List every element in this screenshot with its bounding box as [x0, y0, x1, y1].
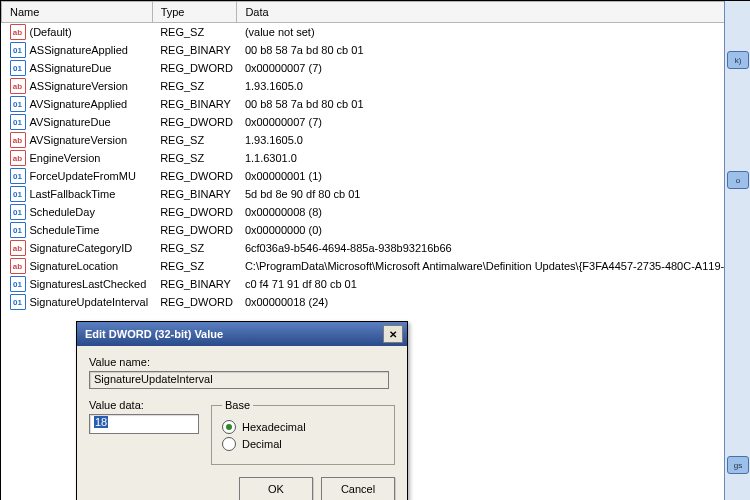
table-row[interactable]: abASSignatureVersionREG_SZ1.93.1605.0: [2, 77, 751, 95]
value-data: 0x00000008 (8): [237, 203, 750, 221]
table-row[interactable]: abEngineVersionREG_SZ1.1.6301.0: [2, 149, 751, 167]
value-type: REG_SZ: [152, 23, 237, 42]
value-data: 0x00000007 (7): [237, 59, 750, 77]
value-type: REG_DWORD: [152, 167, 237, 185]
value-data: (value not set): [237, 23, 750, 42]
value-name-label: Value name:: [89, 356, 395, 368]
table-row[interactable]: 01AVSignatureAppliedREG_BINARY00 b8 58 7…: [2, 95, 751, 113]
radio-label-hex: Hexadecimal: [242, 421, 306, 433]
table-row[interactable]: abAVSignatureVersionREG_SZ1.93.1605.0: [2, 131, 751, 149]
value-name: LastFallbackTime: [30, 188, 116, 200]
value-name: AVSignatureDue: [30, 116, 111, 128]
string-value-icon: ab: [10, 150, 26, 166]
value-name: ScheduleTime: [30, 224, 100, 236]
value-type: REG_DWORD: [152, 293, 237, 311]
table-row[interactable]: 01AVSignatureDueREG_DWORD0x00000007 (7): [2, 113, 751, 131]
table-row[interactable]: ab(Default)REG_SZ(value not set): [2, 23, 751, 42]
value-data: 0x00000001 (1): [237, 167, 750, 185]
value-name: ASSignatureVersion: [30, 80, 128, 92]
value-type: REG_DWORD: [152, 59, 237, 77]
string-value-icon: ab: [10, 258, 26, 274]
value-type: REG_SZ: [152, 131, 237, 149]
table-row[interactable]: 01ASSignatureDueREG_DWORD0x00000007 (7): [2, 59, 751, 77]
value-type: REG_SZ: [152, 77, 237, 95]
value-type: REG_DWORD: [152, 203, 237, 221]
value-data: 0x00000018 (24): [237, 293, 750, 311]
base-legend: Base: [222, 399, 253, 411]
value-type: REG_BINARY: [152, 185, 237, 203]
column-header-type[interactable]: Type: [152, 2, 237, 23]
value-name: AVSignatureApplied: [30, 98, 128, 110]
value-type: REG_DWORD: [152, 113, 237, 131]
value-data: 1.93.1605.0: [237, 131, 750, 149]
binary-value-icon: 01: [10, 168, 26, 184]
table-row[interactable]: 01ScheduleTimeREG_DWORD0x00000000 (0): [2, 221, 751, 239]
registry-values-list[interactable]: Name Type Data ab(Default)REG_SZ(value n…: [1, 1, 750, 311]
value-name: ASSignatureApplied: [30, 44, 128, 56]
value-data: 1.93.1605.0: [237, 77, 750, 95]
value-type: REG_DWORD: [152, 221, 237, 239]
value-data: 00 b8 58 7a bd 80 cb 01: [237, 41, 750, 59]
binary-value-icon: 01: [10, 96, 26, 112]
value-name-field: SignatureUpdateInterval: [89, 371, 389, 389]
binary-value-icon: 01: [10, 114, 26, 130]
column-header-data[interactable]: Data: [237, 2, 750, 23]
table-row[interactable]: 01LastFallbackTimeREG_BINARY5d bd 8e 90 …: [2, 185, 751, 203]
value-data: C:\ProgramData\Microsoft\Microsoft Antim…: [237, 257, 750, 275]
value-name: (Default): [30, 26, 72, 38]
string-value-icon: ab: [10, 24, 26, 40]
binary-value-icon: 01: [10, 42, 26, 58]
dialog-title: Edit DWORD (32-bit) Value: [85, 328, 223, 340]
radio-hexadecimal[interactable]: Hexadecimal: [222, 420, 384, 434]
value-type: REG_SZ: [152, 149, 237, 167]
dialog-titlebar[interactable]: Edit DWORD (32-bit) Value ✕: [77, 322, 407, 346]
column-header-name[interactable]: Name: [2, 2, 153, 23]
table-row[interactable]: abSignatureLocationREG_SZC:\ProgramData\…: [2, 257, 751, 275]
value-name: SignatureUpdateInterval: [30, 296, 149, 308]
table-row[interactable]: 01SignatureUpdateIntervalREG_DWORD0x0000…: [2, 293, 751, 311]
value-data-label: Value data:: [89, 399, 199, 411]
binary-value-icon: 01: [10, 204, 26, 220]
table-row[interactable]: 01ScheduleDayREG_DWORD0x00000008 (8): [2, 203, 751, 221]
radio-icon: [222, 420, 236, 434]
close-icon: ✕: [389, 329, 397, 340]
table-row[interactable]: abSignatureCategoryIDREG_SZ6cf036a9-b546…: [2, 239, 751, 257]
table-row[interactable]: 01ASSignatureAppliedREG_BINARY00 b8 58 7…: [2, 41, 751, 59]
value-data: 00 b8 58 7a bd 80 cb 01: [237, 95, 750, 113]
string-value-icon: ab: [10, 78, 26, 94]
base-group: Base Hexadecimal Decimal: [211, 399, 395, 465]
value-type: REG_BINARY: [152, 41, 237, 59]
value-data: 1.1.6301.0: [237, 149, 750, 167]
background-badge: gs: [727, 456, 749, 474]
binary-value-icon: 01: [10, 222, 26, 238]
value-data: c0 f4 71 91 df 80 cb 01: [237, 275, 750, 293]
ok-button[interactable]: OK: [239, 477, 313, 500]
value-type: REG_BINARY: [152, 95, 237, 113]
value-data: 0x00000000 (0): [237, 221, 750, 239]
value-name: SignatureLocation: [30, 260, 119, 272]
cancel-button[interactable]: Cancel: [321, 477, 395, 500]
background-badge: k): [727, 51, 749, 69]
value-type: REG_BINARY: [152, 275, 237, 293]
value-name: AVSignatureVersion: [30, 134, 128, 146]
binary-value-icon: 01: [10, 186, 26, 202]
binary-value-icon: 01: [10, 276, 26, 292]
table-row[interactable]: 01SignaturesLastCheckedREG_BINARYc0 f4 7…: [2, 275, 751, 293]
value-name: ASSignatureDue: [30, 62, 112, 74]
radio-label-dec: Decimal: [242, 438, 282, 450]
background-window: k) o gs: [724, 1, 750, 500]
value-name: ScheduleDay: [30, 206, 95, 218]
value-name: SignatureCategoryID: [30, 242, 133, 254]
radio-decimal[interactable]: Decimal: [222, 437, 384, 451]
table-row[interactable]: 01ForceUpdateFromMUREG_DWORD0x00000001 (…: [2, 167, 751, 185]
string-value-icon: ab: [10, 240, 26, 256]
edit-dword-dialog: Edit DWORD (32-bit) Value ✕ Value name: …: [76, 321, 408, 500]
value-data-input[interactable]: 18: [89, 414, 199, 434]
background-badge: o: [727, 171, 749, 189]
value-data: 0x00000007 (7): [237, 113, 750, 131]
string-value-icon: ab: [10, 132, 26, 148]
value-type: REG_SZ: [152, 257, 237, 275]
close-button[interactable]: ✕: [383, 325, 403, 343]
value-name: ForceUpdateFromMU: [30, 170, 136, 182]
value-name: EngineVersion: [30, 152, 101, 164]
